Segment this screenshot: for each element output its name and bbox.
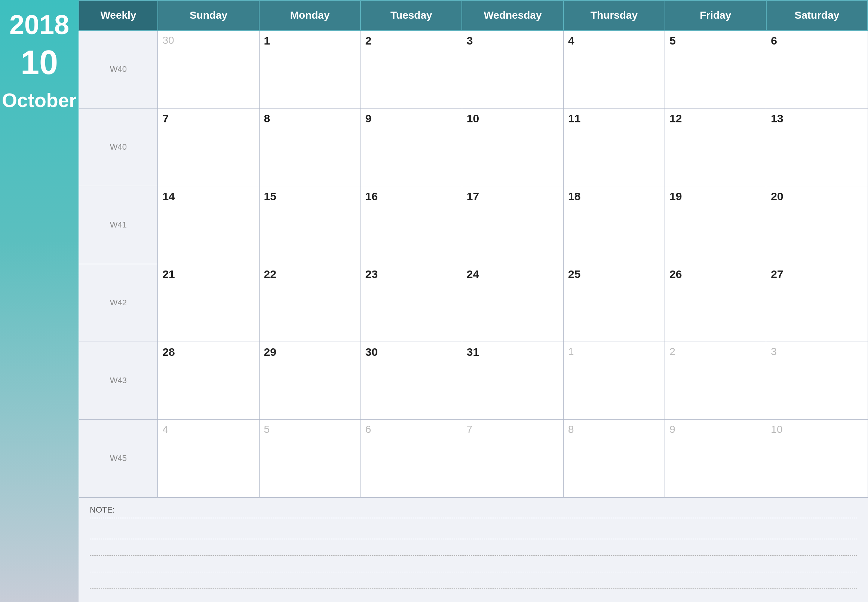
day-number: 14 xyxy=(162,190,175,203)
day-number: 6 xyxy=(365,424,371,435)
day-cell-w3-d0: 21 xyxy=(158,264,259,342)
day-cell-w5-d4: 8 xyxy=(564,419,665,497)
day-number: 19 xyxy=(669,190,682,203)
week-row-2: W4114151617181920 xyxy=(79,186,868,264)
day-cell-w1-d2: 9 xyxy=(360,108,462,186)
day-number: 5 xyxy=(264,424,270,435)
week-label-0: W40 xyxy=(79,30,158,108)
day-number: 3 xyxy=(771,346,777,357)
day-cell-w0-d0: 30 xyxy=(158,30,259,108)
day-number: 26 xyxy=(669,268,682,280)
day-number: 6 xyxy=(771,34,777,47)
month-number-label: 10 xyxy=(21,46,58,79)
week-label-2: W41 xyxy=(79,186,158,264)
day-number: 16 xyxy=(365,190,378,203)
note-line-4 xyxy=(90,574,857,588)
week-row-5: W4545678910 xyxy=(79,419,868,497)
day-cell-w5-d1: 5 xyxy=(259,419,360,497)
day-cell-w5-d3: 7 xyxy=(462,419,563,497)
day-cell-w2-d1: 15 xyxy=(259,186,360,264)
day-number: 27 xyxy=(771,268,783,280)
day-number: 17 xyxy=(467,190,479,203)
day-cell-w3-d1: 22 xyxy=(259,264,360,342)
day-number: 18 xyxy=(568,190,580,203)
header-friday: Friday xyxy=(665,0,766,30)
header-sunday: Sunday xyxy=(158,0,259,30)
day-cell-w1-d1: 8 xyxy=(259,108,360,186)
day-cell-w5-d5: 9 xyxy=(665,419,766,497)
day-cell-w1-d4: 11 xyxy=(564,108,665,186)
day-number: 1 xyxy=(264,34,270,47)
day-cell-w1-d5: 12 xyxy=(665,108,766,186)
day-cell-w2-d3: 17 xyxy=(462,186,563,264)
note-label: NOTE: xyxy=(90,505,857,518)
main-content: Weekly Sunday Monday Tuesday Wednesday T… xyxy=(78,0,868,602)
day-number: 24 xyxy=(467,268,479,280)
day-cell-w4-d0: 28 xyxy=(158,342,259,419)
day-cell-w3-d4: 25 xyxy=(564,264,665,342)
day-number: 10 xyxy=(467,112,479,124)
day-number: 31 xyxy=(467,346,479,358)
day-cell-w4-d2: 30 xyxy=(360,342,462,419)
day-cell-w5-d2: 6 xyxy=(360,419,462,497)
day-number: 28 xyxy=(162,346,175,358)
day-number: 23 xyxy=(365,268,378,280)
week-label-4: W43 xyxy=(79,342,158,419)
day-cell-w2-d2: 16 xyxy=(360,186,462,264)
day-cell-w3-d3: 24 xyxy=(462,264,563,342)
day-number: 4 xyxy=(162,424,168,435)
day-cell-w4-d1: 29 xyxy=(259,342,360,419)
day-number: 5 xyxy=(669,34,676,47)
header-saturday: Saturday xyxy=(766,0,868,30)
day-cell-w2-d0: 14 xyxy=(158,186,259,264)
notes-area: NOTE: xyxy=(78,498,868,602)
week-label-5: W45 xyxy=(79,419,158,497)
day-number: 29 xyxy=(264,346,276,358)
day-cell-w3-d5: 26 xyxy=(665,264,766,342)
day-cell-w0-d5: 5 xyxy=(665,30,766,108)
header-thursday: Thursday xyxy=(564,0,665,30)
year-label: 2018 xyxy=(9,11,69,38)
day-cell-w0-d2: 2 xyxy=(360,30,462,108)
day-number: 8 xyxy=(264,112,270,124)
page: 2018 10 October Weekly Sunday Monday Tue… xyxy=(0,0,868,602)
sidebar: 2018 10 October xyxy=(0,0,78,602)
day-cell-w1-d6: 13 xyxy=(766,108,868,186)
calendar-table: Weekly Sunday Monday Tuesday Wednesday T… xyxy=(78,0,868,498)
day-cell-w3-d2: 23 xyxy=(360,264,462,342)
day-cell-w3-d6: 27 xyxy=(766,264,868,342)
header-row: Weekly Sunday Monday Tuesday Wednesday T… xyxy=(79,0,868,30)
day-number: 13 xyxy=(771,112,783,124)
note-line-1 xyxy=(90,525,857,539)
week-row-1: W4078910111213 xyxy=(79,108,868,186)
day-cell-w2-d6: 20 xyxy=(766,186,868,264)
day-number: 20 xyxy=(771,190,783,203)
day-number: 9 xyxy=(365,112,372,124)
week-row-0: W4030123456 xyxy=(79,30,868,108)
day-number: 12 xyxy=(669,112,682,124)
day-cell-w0-d1: 1 xyxy=(259,30,360,108)
day-cell-w2-d5: 19 xyxy=(665,186,766,264)
day-cell-w0-d3: 3 xyxy=(462,30,563,108)
day-number: 9 xyxy=(669,424,675,435)
day-cell-w5-d0: 4 xyxy=(158,419,259,497)
day-number: 30 xyxy=(162,34,174,46)
day-number: 10 xyxy=(771,424,782,435)
day-cell-w4-d4: 1 xyxy=(564,342,665,419)
day-number: 30 xyxy=(365,346,378,358)
day-number: 7 xyxy=(162,112,169,124)
day-cell-w4-d3: 31 xyxy=(462,342,563,419)
week-label-3: W42 xyxy=(79,264,158,342)
day-cell-w4-d5: 2 xyxy=(665,342,766,419)
day-cell-w1-d0: 7 xyxy=(158,108,259,186)
day-number: 21 xyxy=(162,268,175,280)
header-wednesday: Wednesday xyxy=(462,0,563,30)
week-row-3: W4221222324252627 xyxy=(79,264,868,342)
day-cell-w2-d4: 18 xyxy=(564,186,665,264)
day-cell-w1-d3: 10 xyxy=(462,108,563,186)
day-number: 15 xyxy=(264,190,276,203)
header-weekly: Weekly xyxy=(79,0,158,30)
day-number: 1 xyxy=(568,346,574,357)
day-number: 7 xyxy=(467,424,473,435)
note-line-3 xyxy=(90,558,857,572)
